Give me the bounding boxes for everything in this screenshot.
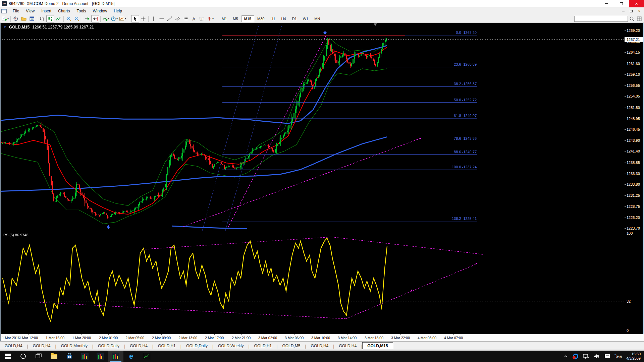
candlestick-chart-button[interactable] xyxy=(46,15,54,22)
menu-help[interactable]: Help xyxy=(110,8,125,14)
toolbar-search-input[interactable] xyxy=(574,16,628,22)
taskbar-mt4-1-icon[interactable] xyxy=(77,351,93,362)
taskbar-mt4-3-icon[interactable] xyxy=(108,351,123,362)
network-icon[interactable] xyxy=(581,351,591,362)
trend-line-button[interactable] xyxy=(166,15,174,22)
timeframe-m15-button[interactable]: M15 xyxy=(241,15,254,22)
line-chart-button[interactable] xyxy=(54,15,62,22)
price-axis-label: 1243.90 xyxy=(627,138,640,142)
chart-tab-gold-h4[interactable]: GOLD,H4 xyxy=(306,343,333,349)
taskbar-edge-icon[interactable]: e xyxy=(123,351,139,362)
menu-view[interactable]: View xyxy=(22,8,38,14)
taskbar-trading-app-icon[interactable] xyxy=(139,351,154,362)
arrow-tools-button[interactable]: ▾ xyxy=(206,15,214,22)
time-axis-label: 2 Mar 01:00 xyxy=(99,336,118,340)
bar-chart-button[interactable] xyxy=(38,15,46,22)
chart-tab-gold-weekly[interactable]: GOLD,Weekly xyxy=(213,343,248,349)
rsi-axis-label: 100 xyxy=(627,231,633,235)
language-indicator[interactable]: ไทย xyxy=(612,351,624,362)
menu-insert[interactable]: Insert xyxy=(38,8,55,14)
crosshair-button[interactable] xyxy=(139,15,147,22)
fibonacci-retracement-button[interactable] xyxy=(182,15,190,22)
indicators-button[interactable]: ▾ xyxy=(102,15,110,22)
profiles-button[interactable] xyxy=(20,15,28,22)
grid-button[interactable] xyxy=(637,16,642,21)
taskbar-file-explorer-icon[interactable] xyxy=(46,351,62,362)
toolbar-grip[interactable] xyxy=(128,16,130,22)
chart-tab-gold-h4[interactable]: GOLD,H4 xyxy=(28,343,55,349)
bar-chart-icon xyxy=(40,16,45,21)
menu-items: FileViewInsertChartsToolsWindowHelp xyxy=(9,8,125,14)
auto-scroll-button[interactable] xyxy=(83,15,91,22)
chart-shift-button[interactable] xyxy=(91,15,99,22)
timeframe-h4-button[interactable]: H4 xyxy=(278,15,289,22)
minimize-button[interactable] xyxy=(599,0,614,7)
chart-shift-icon xyxy=(93,16,98,21)
timeframe-m1-button[interactable]: M1 xyxy=(219,15,230,22)
new-order-button[interactable] xyxy=(12,15,20,22)
timeframe-w1-button[interactable]: W1 xyxy=(300,15,312,22)
chart-tab-gold-daily[interactable]: GOLD,Daily xyxy=(93,343,124,349)
price-axis-label: 1238.85 xyxy=(627,161,640,165)
mdi-close-button[interactable]: × xyxy=(637,9,641,13)
toolbar-grip[interactable] xyxy=(216,16,217,22)
tray-app-icon[interactable] xyxy=(571,351,581,362)
vertical-line-button[interactable] xyxy=(150,15,158,22)
taskbar-start-button[interactable] xyxy=(0,351,15,362)
text-label-button[interactable]: T xyxy=(198,15,206,22)
zoom-out-button[interactable] xyxy=(73,15,81,22)
time-axis[interactable]: 1 Mar 20161 Mar 12:001 Mar 16:001 Mar 20… xyxy=(1,334,644,341)
price-axis[interactable]: 1269.201266.651264.151261.601259.101256.… xyxy=(625,23,643,334)
zoom-in-button[interactable] xyxy=(65,15,73,22)
chart-tab-gold-m15[interactable]: GOLD,M15 xyxy=(362,342,393,349)
price-chart-canvas[interactable] xyxy=(1,23,625,334)
chart-tab-gold-h4[interactable]: GOLD,H4 xyxy=(334,343,361,349)
volume-icon[interactable] xyxy=(591,351,602,362)
taskbar-clock[interactable]: 15:50 4/3/2559 xyxy=(624,352,644,361)
chart-tab-gold-m5[interactable]: GOLD,M5 xyxy=(277,343,305,349)
chart-tab-gold-h4[interactable]: GOLD,H4 xyxy=(125,343,152,349)
toolbar-separator xyxy=(82,16,82,22)
dropdown-caret-icon: ▾ xyxy=(7,17,9,20)
taskbar-mt4-2-icon[interactable] xyxy=(93,351,108,362)
menu-charts[interactable]: Charts xyxy=(55,8,73,14)
chart-tab-gold-monthly[interactable]: GOLD,Monthly xyxy=(56,343,92,349)
new-chart-button[interactable]: ▾ xyxy=(1,15,9,22)
menu-file[interactable]: File xyxy=(9,8,22,14)
timeframe-m30-button[interactable]: M30 xyxy=(254,15,267,22)
timeframe-h1-button[interactable]: H1 xyxy=(267,15,278,22)
time-axis-tick xyxy=(374,334,374,335)
data-window-button[interactable] xyxy=(28,15,36,22)
search-button[interactable] xyxy=(629,16,635,21)
candlestick-chart-icon xyxy=(48,16,53,21)
close-button[interactable]: × xyxy=(629,0,644,7)
mdi-restore-button[interactable] xyxy=(629,10,633,12)
periods-button[interactable]: ▾ xyxy=(110,15,118,22)
toolbar-separator xyxy=(63,16,64,22)
time-axis-tick xyxy=(55,334,55,335)
chart-tab-gold-daily[interactable]: GOLD,Daily xyxy=(181,343,212,349)
time-axis-label: 3 Mar 22:00 xyxy=(391,336,410,340)
chart-tab-gold-h1[interactable]: GOLD,H1 xyxy=(250,343,277,349)
taskbar-store-icon[interactable] xyxy=(62,351,77,362)
action-center-icon[interactable] xyxy=(602,351,612,362)
taskbar-search-icon[interactable] xyxy=(15,351,31,362)
equidistant-channel-button[interactable] xyxy=(174,15,182,22)
chart-tab-gold-h4[interactable]: GOLD,H4 xyxy=(0,343,27,349)
timeframe-m5-button[interactable]: M5 xyxy=(230,15,241,22)
taskbar-task-view-icon[interactable] xyxy=(31,351,46,362)
price-axis-label: 1223.70 xyxy=(627,226,640,230)
horizontal-line-button[interactable] xyxy=(158,15,166,22)
timeframe-d1-button[interactable]: D1 xyxy=(289,15,300,22)
text-button[interactable]: A xyxy=(190,15,198,22)
cursor-button[interactable] xyxy=(131,15,139,22)
templates-button[interactable]: ▾ xyxy=(118,15,127,22)
menu-tools[interactable]: Tools xyxy=(73,8,90,14)
one-click-collapse-icon[interactable]: ▼ xyxy=(3,25,6,29)
menu-window[interactable]: Window xyxy=(90,8,111,14)
restore-button[interactable] xyxy=(614,0,629,7)
tray-chevron-icon[interactable] xyxy=(561,351,571,362)
chart-tab-gold-h1[interactable]: GOLD,H1 xyxy=(153,343,180,349)
mdi-minimize-button[interactable] xyxy=(621,11,625,11)
timeframe-mn-button[interactable]: MN xyxy=(311,15,323,22)
